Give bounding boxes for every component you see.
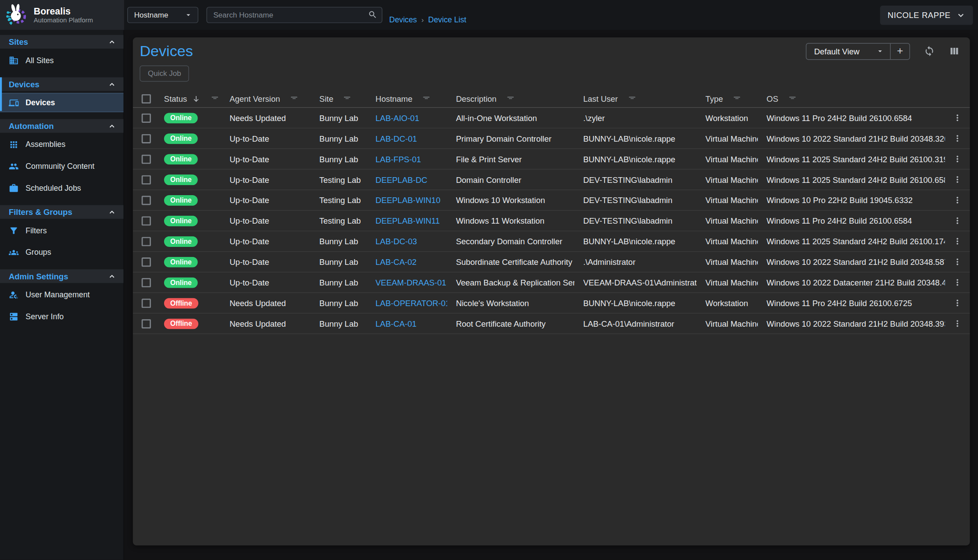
sidebar-item-community-content[interactable]: Community Content [0,157,123,176]
column-header-site[interactable]: Site [311,94,367,103]
filter-list-icon[interactable] [290,94,299,103]
breadcrumb: Devices › Device List [389,16,466,25]
cell-site: Testing Lab [311,196,367,205]
row-checkbox[interactable] [142,113,151,122]
column-header-last_user[interactable]: Last User [574,94,697,103]
table-row: OnlineUp-to-DateBunny LabVEEAM-DRAAS-01V… [133,272,970,293]
cell-os: Windows 11 Pro 24H2 Build 26100.6584 [758,216,945,225]
refresh-icon[interactable] [924,46,935,57]
sidebar-item-user-management[interactable]: User Management [0,285,123,305]
cell-type: Virtual Machine [697,319,758,328]
hostname-link[interactable]: DEEPLAB-WIN11 [376,216,440,225]
status-badge: Online [164,215,198,226]
filter-list-icon[interactable] [343,94,352,103]
cell-agent-version: Up-to-Date [221,257,311,266]
row-menu-icon[interactable] [953,298,963,308]
brand-logo-block[interactable]: Borealis Automation Platform [0,0,124,30]
cell-last-user: BUNNY-LAB\nicole.rappe [574,154,697,164]
sidebar-item-all-sites[interactable]: All Sites [0,50,123,70]
cell-description: Subordinate Certificate Authority [447,257,574,266]
column-header-type[interactable]: Type [697,94,758,103]
column-header-description[interactable]: Description [447,94,574,103]
row-checkbox[interactable] [142,278,151,287]
sidebar-section-header-admin-settings[interactable]: Admin Settings [0,269,123,283]
hostname-link[interactable]: LAB-AIO-01 [376,113,419,122]
hostname-link[interactable]: LAB-DC-01 [376,134,417,143]
cell-type: Virtual Machine [697,236,758,246]
row-menu-icon[interactable] [953,318,963,328]
user-menu-button[interactable]: NICOLE RAPPE [880,5,973,25]
view-select[interactable]: Default View [806,43,890,59]
row-menu-icon[interactable] [953,216,963,226]
sidebar-item-groups[interactable]: Groups [0,243,123,262]
hostname-link[interactable]: LAB-DC-03 [376,236,417,246]
search-input[interactable] [207,7,383,23]
cell-agent-version: Up-to-Date [221,154,311,164]
hostname-filter-select[interactable]: Hostname [127,7,198,23]
hostname-link[interactable]: DEEPLAB-WIN10 [376,196,441,205]
add-view-button[interactable]: + [891,43,910,59]
columns-icon[interactable] [949,46,960,57]
row-checkbox[interactable] [142,134,151,143]
status-badge: Online [164,277,198,288]
cell-description: All-in-One Workstation [447,113,574,122]
sidebar-section-header-sites[interactable]: Sites [0,35,123,49]
cell-last-user: .\Administrator [574,257,697,266]
cell-agent-version: Up-to-Date [221,134,311,143]
chevron-up-icon [108,208,116,216]
row-menu-icon[interactable] [953,154,963,164]
breadcrumb-device-list[interactable]: Device List [428,16,466,25]
row-checkbox[interactable] [142,319,151,328]
row-checkbox[interactable] [142,216,151,225]
sidebar-item-server-info[interactable]: Server Info [0,307,123,326]
filter-list-icon[interactable] [210,94,219,103]
hostname-link[interactable]: DEEPLAB-DC [376,175,427,184]
sidebar-section-header-devices[interactable]: Devices [0,77,123,91]
quick-job-button[interactable]: Quick Job [140,65,189,82]
building-icon [9,56,19,66]
column-header-agent_version[interactable]: Agent Version [221,94,311,103]
row-menu-icon[interactable] [953,195,963,205]
row-menu-icon[interactable] [953,133,963,143]
row-checkbox[interactable] [142,236,151,246]
filter-list-icon[interactable] [627,94,637,103]
people-icon [9,161,19,171]
sidebar-item-filters[interactable]: Filters [0,221,123,240]
hostname-link[interactable]: LAB-OPERATOR-01 [376,298,447,307]
sidebar-item-devices[interactable]: Devices [0,93,123,112]
cell-description: Windows 10 Workstation [447,196,574,205]
hostname-link[interactable]: VEEAM-DRAAS-01 [376,278,446,287]
filter-list-icon[interactable] [422,94,431,103]
row-checkbox[interactable] [142,257,151,266]
row-checkbox[interactable] [142,298,151,307]
cell-site: Bunny Lab [311,278,367,287]
row-menu-icon[interactable] [953,236,963,246]
sidebar-section-filters-groups: Filters & Groups FiltersGroups [0,200,123,262]
column-header-os[interactable]: OS [758,94,945,103]
cell-site: Bunny Lab [311,113,367,122]
filter-list-icon[interactable] [732,94,742,103]
column-header-hostname[interactable]: Hostname [367,94,447,103]
column-header-status[interactable]: Status [155,94,221,103]
row-checkbox[interactable] [142,154,151,164]
sidebar-item-assemblies[interactable]: Assemblies [0,135,123,154]
hostname-link[interactable]: LAB-FPS-01 [376,154,421,164]
cell-description: Root Certificate Authority [447,319,574,328]
row-checkbox[interactable] [142,196,151,205]
table-header-row: StatusAgent VersionSiteHostnameDescripti… [133,90,970,108]
filter-list-icon[interactable] [788,94,797,103]
select-all-checkbox[interactable] [142,94,151,103]
hostname-link[interactable]: LAB-CA-02 [376,257,416,266]
sidebar-section-header-filters-groups[interactable]: Filters & Groups [0,205,123,219]
cell-site: Testing Lab [311,216,367,225]
row-menu-icon[interactable] [953,257,963,267]
sidebar-item-scheduled-jobs[interactable]: Scheduled Jobs [0,178,123,198]
hostname-link[interactable]: LAB-CA-01 [376,319,416,328]
row-menu-icon[interactable] [953,175,963,185]
breadcrumb-devices[interactable]: Devices [389,16,417,25]
row-menu-icon[interactable] [953,113,963,123]
row-checkbox[interactable] [142,175,151,184]
row-menu-icon[interactable] [953,278,963,288]
filter-list-icon[interactable] [506,94,515,103]
sidebar-section-header-automation[interactable]: Automation [0,119,123,133]
